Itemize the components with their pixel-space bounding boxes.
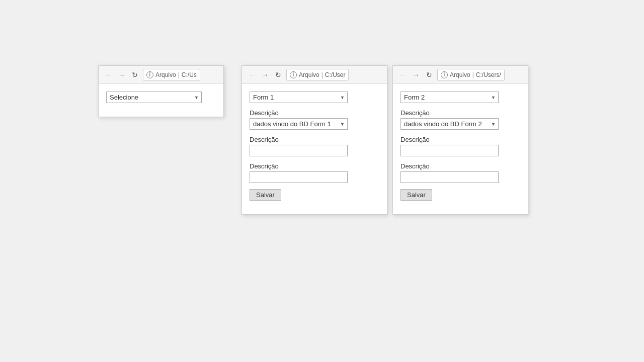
browser-window-3: ← → ↻ i Arquivo | C:/Users/ Form 1 Form … (392, 65, 528, 215)
forward-btn-1[interactable]: → (117, 70, 127, 80)
salvar-btn-2[interactable]: Salvar (250, 189, 281, 201)
input2-3[interactable] (400, 171, 499, 183)
label-bd-3: Descrição (400, 109, 520, 117)
address-sep-1: | (178, 71, 180, 78)
info-icon-1: i (146, 71, 153, 78)
input1-3[interactable] (400, 145, 499, 156)
main-select-wrapper-3: Form 1 Form 2 (400, 92, 499, 103)
info-icon-2: i (290, 71, 297, 78)
bd-select-wrapper-3: dados vindo do BD Form 2 (400, 118, 499, 130)
reload-btn-3[interactable]: ↻ (424, 70, 434, 80)
back-btn-1[interactable]: ← (104, 70, 114, 80)
content-3: Form 1 Form 2 Descrição dados vindo do B… (393, 84, 528, 214)
input2-2[interactable] (250, 171, 348, 183)
content-2: Form 1 Form 1 Form 2 Descrição dados vin… (242, 84, 387, 214)
back-btn-3[interactable]: ← (398, 70, 408, 80)
address-bar-2: i Arquivo | C:/User (286, 69, 349, 81)
main-select-section-1: Selecione Form 1 Form 2 (106, 92, 216, 103)
main-select-2[interactable]: Form 1 Form 1 Form 2 (250, 92, 348, 103)
address-bar-3: i Arquivo | C:/Users/ (437, 69, 505, 81)
address-bar-1: i Arquivo | C:/Us (143, 69, 200, 81)
label-input2-3: Descrição (400, 162, 520, 170)
main-select-1[interactable]: Selecione Form 1 Form 2 (106, 92, 202, 103)
desc-bd-section-3: Descrição dados vindo do BD Form 2 (400, 109, 520, 130)
toolbar-2: ← → ↻ i Arquivo | C:/User (242, 66, 387, 84)
label-input2-2: Descrição (250, 162, 379, 170)
arquivo-label-3: Arquivo (450, 71, 470, 78)
reload-btn-1[interactable]: ↻ (130, 70, 140, 80)
label-input1-2: Descrição (250, 136, 379, 143)
main-select-section-2: Form 1 Form 1 Form 2 (250, 92, 379, 103)
address-text-2: C:/User (325, 71, 346, 78)
info-icon-3: i (441, 71, 448, 78)
address-sep-3: | (472, 71, 474, 78)
content-1: Selecione Form 1 Form 2 (99, 84, 223, 117)
label-input1-3: Descrição (400, 136, 520, 143)
address-text-1: C:/Us (182, 71, 197, 78)
input1-2[interactable] (250, 145, 348, 156)
desc-input2-section-3: Descrição (400, 162, 520, 183)
browser-window-2: ← → ↻ i Arquivo | C:/User Form 1 Form 1 … (242, 65, 387, 215)
reload-btn-2[interactable]: ↻ (273, 70, 283, 80)
main-select-section-3: Form 1 Form 2 (400, 92, 520, 103)
salvar-section-2: Salvar (250, 189, 379, 201)
salvar-btn-3[interactable]: Salvar (400, 189, 432, 201)
main-select-wrapper-2: Form 1 Form 1 Form 2 (250, 92, 348, 103)
forward-btn-2[interactable]: → (260, 70, 270, 80)
bd-select-wrapper-2: dados vindo do BD Form 1 (250, 118, 348, 130)
main-select-wrapper-1: Selecione Form 1 Form 2 (106, 92, 202, 103)
toolbar-1: ← → ↻ i Arquivo | C:/Us (99, 66, 223, 84)
bd-select-3[interactable]: dados vindo do BD Form 2 (400, 118, 499, 130)
address-text-3: C:/Users/ (476, 71, 501, 78)
desc-bd-section-2: Descrição dados vindo do BD Form 1 (250, 109, 379, 130)
salvar-section-3: Salvar (400, 189, 520, 201)
desc-input1-section-3: Descrição (400, 136, 520, 156)
browser-window-1: ← → ↻ i Arquivo | C:/Us Selecione Form 1… (98, 65, 224, 117)
arquivo-label-2: Arquivo (299, 71, 319, 78)
arquivo-label-1: Arquivo (155, 71, 176, 78)
desc-input1-section-2: Descrição (250, 136, 379, 156)
back-btn-2[interactable]: ← (247, 70, 257, 80)
desc-input2-section-2: Descrição (250, 162, 379, 183)
address-sep-2: | (321, 71, 323, 78)
forward-btn-3[interactable]: → (411, 70, 421, 80)
toolbar-3: ← → ↻ i Arquivo | C:/Users/ (393, 66, 528, 84)
label-bd-2: Descrição (250, 109, 379, 117)
bd-select-2[interactable]: dados vindo do BD Form 1 (250, 118, 348, 130)
main-select-3[interactable]: Form 1 Form 2 (400, 92, 499, 103)
